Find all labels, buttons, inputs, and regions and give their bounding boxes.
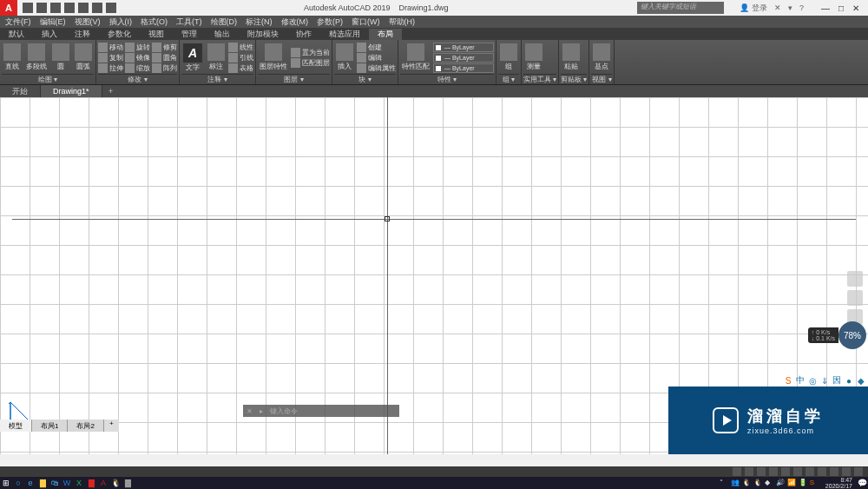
menu-item[interactable]: 编辑(E) (40, 17, 66, 28)
exchange-icon[interactable]: ✕ (774, 3, 781, 12)
ribbon-small-icon[interactable] (98, 43, 108, 52)
menu-item[interactable]: 绘图(D) (211, 17, 238, 28)
panel-label[interactable]: 绘图 ▾ (2, 74, 94, 83)
file-tab-add[interactable]: + (102, 85, 120, 97)
ribbon-tab[interactable]: 输出 (206, 29, 239, 40)
ribbon-tab[interactable]: 精选应用 (320, 29, 369, 40)
ribbon-tab[interactable]: 注释 (66, 29, 99, 40)
panel-label[interactable]: 图层 ▾ (258, 74, 330, 83)
panel-label[interactable]: 剪贴板 ▾ (561, 74, 587, 83)
app-logo[interactable]: A (0, 0, 17, 16)
taskbar-store-icon[interactable]: 🛍 (49, 477, 61, 489)
ribbon-small-icon[interactable] (228, 43, 238, 52)
close-button[interactable]: ✕ (852, 3, 859, 13)
ribbon-small-icon[interactable] (228, 53, 238, 63)
ime-icon[interactable]: 中 (795, 375, 806, 386)
tray-battery-icon[interactable]: 🔋 (799, 479, 807, 487)
nav-wheel-icon[interactable] (847, 271, 863, 287)
ribbon-tab[interactable]: 插入 (33, 29, 66, 40)
ribbon-small-icon[interactable] (125, 53, 135, 63)
tray-up-icon[interactable]: ˄ (720, 479, 728, 487)
menu-item[interactable]: 标注(N) (246, 17, 273, 28)
ribbon-button[interactable]: 圆弧 (73, 43, 94, 72)
command-line[interactable]: ✕ ▸ 键入命令 (243, 405, 399, 417)
ribbon-tab[interactable]: 参数化 (99, 29, 140, 40)
layout-tab[interactable]: 布局2 (68, 420, 103, 432)
ribbon-button[interactable]: 直线 (2, 43, 23, 72)
ribbon-button[interactable]: 测量 (523, 43, 544, 72)
status-lwt-icon[interactable] (806, 467, 814, 476)
ime-icon[interactable]: ◆ (856, 375, 866, 386)
ribbon-tab[interactable]: 布局 (369, 29, 402, 40)
start-button[interactable]: ⊞ (0, 477, 12, 489)
ribbon-small-icon[interactable] (152, 53, 161, 63)
ribbon-small-icon[interactable] (152, 63, 161, 73)
status-grid-icon[interactable] (745, 467, 753, 476)
qat-plot-icon[interactable] (78, 3, 89, 13)
ribbon-tab[interactable]: 附加模块 (239, 29, 287, 40)
tray-security-icon[interactable]: ◆ (765, 479, 773, 487)
ribbon-button[interactable]: 图层特性 (258, 43, 289, 72)
ribbon-button[interactable]: 多段线 (24, 43, 49, 72)
menu-item[interactable]: 修改(M) (281, 17, 309, 28)
property-dropdown[interactable]: — ByLayer (433, 53, 494, 63)
qat-open-icon[interactable] (36, 3, 47, 13)
ribbon-button[interactable]: 粘贴 (561, 43, 582, 72)
status-clean-icon[interactable] (842, 467, 851, 476)
panel-label[interactable]: 实用工具 ▾ (523, 74, 556, 83)
taskbar-image-icon[interactable]: ▇ (122, 477, 134, 489)
ribbon-small-icon[interactable] (228, 63, 238, 73)
ribbon-button[interactable]: 圆 (50, 43, 71, 72)
ribbon-small-icon[interactable] (125, 43, 135, 52)
menu-item[interactable]: 文件(F) (5, 17, 31, 28)
ribbon-tab[interactable]: 默认 (0, 29, 33, 40)
menu-item[interactable]: 插入(I) (109, 17, 133, 28)
panel-label[interactable]: 特性 ▾ (400, 74, 494, 83)
layout-tab[interactable]: 布局1 (32, 420, 68, 432)
ribbon-small-icon[interactable] (357, 43, 366, 52)
tray-qq1-icon[interactable]: 🐧 (742, 479, 751, 487)
ribbon-button[interactable]: 标注 (206, 43, 227, 72)
panel-label[interactable]: 块 ▾ (334, 74, 396, 83)
help-dropdown-icon[interactable]: ▾ (788, 3, 792, 12)
ribbon-small-icon[interactable] (357, 63, 366, 73)
command-options-icon[interactable]: ▸ (256, 407, 266, 415)
ribbon-small-icon[interactable] (291, 48, 300, 57)
file-tab[interactable]: 开始 (0, 85, 41, 97)
tray-qq2-icon[interactable]: 🐧 (753, 479, 762, 487)
menu-item[interactable]: 格式(O) (141, 17, 168, 28)
status-workspace-icon[interactable] (830, 467, 838, 476)
tray-ime-icon[interactable]: S (810, 479, 819, 487)
taskbar-autocad-icon[interactable]: A (97, 477, 109, 489)
ime-icon[interactable]: S (783, 375, 793, 386)
file-tab[interactable]: Drawing1* (41, 85, 102, 97)
command-input[interactable]: 键入命令 (266, 406, 399, 416)
login-button[interactable]: 👤 登录 (740, 3, 767, 14)
taskbar-explorer-icon[interactable]: ▇ (36, 477, 49, 489)
ribbon-small-icon[interactable] (98, 63, 108, 73)
ribbon-small-icon[interactable] (98, 53, 108, 63)
status-ortho-icon[interactable] (769, 467, 778, 476)
ime-icon[interactable]: ⇓ (819, 375, 830, 386)
command-close-icon[interactable]: ✕ (243, 407, 256, 415)
tray-volume-icon[interactable]: 🔊 (776, 479, 785, 487)
status-snap-icon[interactable] (757, 467, 766, 476)
ribbon-small-icon[interactable] (357, 53, 366, 63)
maximize-button[interactable]: □ (838, 3, 844, 13)
panel-label[interactable]: 视图 ▾ (591, 74, 612, 83)
taskbar-edge-icon[interactable]: e (24, 477, 36, 489)
ribbon-button[interactable]: 插入 (334, 43, 355, 72)
qat-saveas-icon[interactable] (64, 3, 75, 13)
ribbon-small-icon[interactable] (125, 63, 135, 73)
qat-save-icon[interactable] (50, 3, 61, 13)
status-customize-icon[interactable] (854, 467, 863, 476)
ribbon-button[interactable]: 组 (498, 43, 519, 72)
ime-icon[interactable]: 因 (832, 375, 842, 386)
taskbar-qq-icon[interactable]: 🐧 (109, 477, 122, 489)
menu-item[interactable]: 视图(V) (75, 17, 101, 28)
menu-item[interactable]: 帮助(H) (389, 17, 416, 28)
search-input[interactable] (637, 2, 724, 14)
tray-people-icon[interactable]: 👥 (731, 479, 740, 487)
minimize-button[interactable]: — (821, 3, 830, 13)
taskbar-excel-icon[interactable]: X (73, 477, 85, 489)
